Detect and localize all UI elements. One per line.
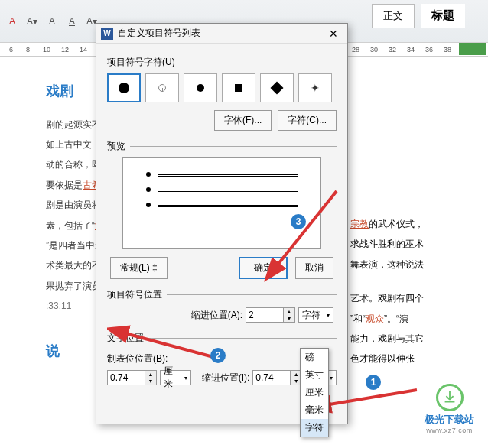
bullet-option-large-dot[interactable] [107,73,141,102]
preview-box [122,157,321,249]
unit-option-inch[interactable]: 英寸 [301,366,328,384]
bullet-option-square[interactable] [222,73,255,102]
spin-down-icon[interactable]: ▼ [284,315,294,322]
logo-text: 极光下载站 [425,413,474,427]
spin-up-icon[interactable]: ▲ [284,308,294,315]
indent-position-i-spinner[interactable]: ▲▼ [252,370,302,385]
tab-position-spinner[interactable]: ▲▼ [107,370,157,385]
style-heading-button[interactable]: 标题 [421,4,465,28]
bullet-option-clock[interactable] [145,73,179,102]
watermark-logo: 极光下载站 www.xz7.com [425,384,474,434]
bullet-position-label: 项目符号位置 [107,288,167,301]
bullet-option-dot[interactable] [184,73,217,102]
dialog-titlebar: W 自定义项目符号列表 ✕ [96,24,347,44]
ok-button[interactable]: 确定 [239,257,288,279]
tab-position-input[interactable] [107,370,145,385]
ruler-margin-right [459,43,486,55]
doc-link[interactable]: 观众 [366,313,384,324]
cancel-button[interactable]: 取消 [295,257,333,279]
bullet-char-label: 项目符号字符(U) [107,56,337,69]
spin-down-icon[interactable]: ▼ [145,378,156,385]
preview-label: 预览 [107,140,130,153]
bullet-option-plus[interactable]: ✦ [298,73,332,102]
doc-right-text: 宗教的武术仪式， 求战斗胜利的巫术 舞表演，这种说法 艺术。戏剧有四个 ”和“观… [350,214,424,369]
indent-position-i-input[interactable] [252,370,291,385]
general-button[interactable]: 常规(L) ‡ [110,257,168,279]
close-icon[interactable]: ✕ [324,26,343,41]
character-button[interactable]: 字符(C)... [278,110,337,131]
bold-icon[interactable]: A [44,13,60,30]
tab-unit-combo[interactable]: 厘米▾ [160,370,191,385]
logo-url: www.xz7.com [425,427,474,434]
indent-position-label: 缩进位置(A): [191,309,242,322]
indent-position-a-input[interactable] [246,307,284,323]
chevron-down-icon[interactable]: ▾ [181,375,190,381]
unit-option-point[interactable]: 磅 [301,349,328,366]
indent-position-a-spinner[interactable]: ▲▼ [246,307,295,323]
font-button[interactable]: 字体(F)... [214,110,272,131]
word-app-icon: W [101,28,113,40]
font-color-icon[interactable]: A [4,13,21,30]
bullet-char-grid: ✦ [107,73,337,102]
unit-a-combo[interactable]: 字符▾ [298,307,333,323]
spin-up-icon[interactable]: ▲ [145,371,156,378]
chevron-down-icon[interactable]: ▾ [324,312,333,319]
unit-option-char[interactable]: 字符 [301,419,328,437]
bullet-option-diamond[interactable] [260,73,294,102]
indent-position-i-label: 缩进位置(I): [202,372,250,385]
doc-link[interactable]: 宗教 [350,219,369,229]
logo-icon [436,384,464,411]
underline-icon[interactable]: A [63,13,80,30]
style-normal-button[interactable]: 正文 [372,4,415,28]
dialog-title: 自定义项目符号列表 [118,27,324,40]
highlight-icon[interactable]: A▾ [24,13,41,30]
unit-dropdown-menu: 磅 英寸 厘米 毫米 字符 [300,348,329,437]
unit-option-cm[interactable]: 厘米 [301,384,328,401]
text-position-label: 文字位置 [107,332,148,345]
unit-option-mm[interactable]: 毫米 [301,401,328,419]
